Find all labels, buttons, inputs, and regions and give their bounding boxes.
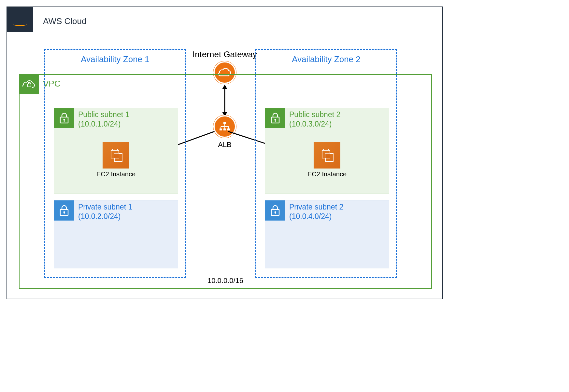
svg-rect-27 <box>325 154 330 158</box>
lock-icon <box>54 200 74 221</box>
aws-cloud-container: AWS Cloud Internet Gateway ALB VPC 10.0.… <box>7 7 443 299</box>
ec2-icon <box>314 142 340 169</box>
subnet-name: Public subnet 2 <box>289 110 340 119</box>
aws-smile-icon <box>13 23 27 26</box>
vpc-icon <box>19 74 39 94</box>
subnet-cidr: (10.0.1.0/24) <box>78 119 129 129</box>
lock-icon <box>265 108 285 128</box>
public-subnet-1: Public subnet 1 (10.0.1.0/24) EC2 Instan… <box>54 108 178 194</box>
svg-point-23 <box>275 119 276 121</box>
svg-rect-15 <box>114 154 119 158</box>
private-subnet-1-label: Private subnet 1 (10.0.2.0/24) <box>78 202 132 221</box>
az1-label: Availability Zone 1 <box>45 54 185 64</box>
az2-label: Availability Zone 2 <box>256 54 396 64</box>
svg-rect-9 <box>28 84 31 87</box>
private-subnet-1: Private subnet 1 (10.0.2.0/24) <box>54 200 178 268</box>
svg-point-32 <box>275 211 276 213</box>
availability-zone-1: Availability Zone 1 Public subnet 1 (10.… <box>44 49 186 278</box>
ec2-1-label: EC2 Instance <box>96 170 135 178</box>
cloud-label: AWS Cloud <box>43 16 86 26</box>
subnet-name: Private subnet 1 <box>78 202 132 212</box>
subnet-cidr: (10.0.4.0/24) <box>289 212 343 221</box>
ec2-instance-1: EC2 Instance <box>96 142 135 178</box>
ec2-icon <box>103 142 129 169</box>
svg-point-11 <box>64 119 65 121</box>
subnet-cidr: (10.0.3.0/24) <box>289 119 340 129</box>
ec2-instance-2: EC2 Instance <box>307 142 347 178</box>
aws-logo-badge <box>7 7 33 32</box>
svg-point-20 <box>64 211 65 213</box>
public-subnet-2: Public subnet 2 (10.0.3.0/24) EC2 Instan… <box>265 108 389 194</box>
lock-icon <box>54 108 74 128</box>
availability-zone-2: Availability Zone 2 Public subnet 2 (10.… <box>255 49 397 278</box>
public-subnet-1-label: Public subnet 1 (10.0.1.0/24) <box>78 110 129 129</box>
private-subnet-2-label: Private subnet 2 (10.0.4.0/24) <box>289 202 343 221</box>
subnet-name: Public subnet 1 <box>78 110 129 119</box>
vpc-cidr: 10.0.0.0/16 <box>207 277 243 285</box>
subnet-cidr: (10.0.2.0/24) <box>78 212 132 221</box>
internet-gateway-label: Internet Gateway <box>192 49 257 60</box>
public-subnet-2-label: Public subnet 2 (10.0.3.0/24) <box>289 110 340 129</box>
lock-icon <box>265 200 285 221</box>
private-subnet-2: Private subnet 2 (10.0.4.0/24) <box>265 200 389 268</box>
subnet-name: Private subnet 2 <box>289 202 343 212</box>
ec2-2-label: EC2 Instance <box>307 170 347 178</box>
